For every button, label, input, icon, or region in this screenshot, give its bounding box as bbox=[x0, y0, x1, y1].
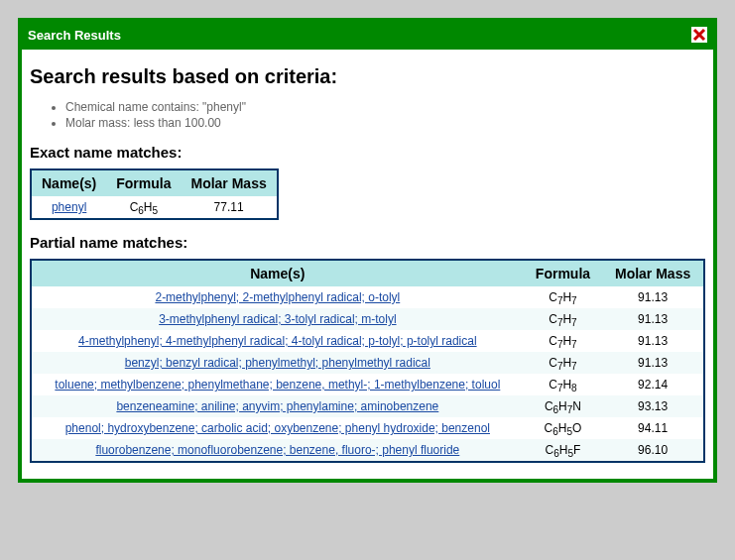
mass-cell: 94.11 bbox=[602, 417, 704, 439]
table-row: phenylC6H577.11 bbox=[31, 196, 278, 219]
name-cell: toluene; methylbenzene; phenylmethane; b… bbox=[31, 374, 524, 395]
exact-heading: Exact name matches: bbox=[30, 144, 705, 161]
column-header: Name(s) bbox=[31, 260, 524, 286]
exact-table: Name(s)FormulaMolar MassphenylC6H577.11 bbox=[30, 168, 279, 220]
name-cell: benzeneamine; aniline; anyvim; phenylami… bbox=[31, 395, 524, 417]
formula-cell: C7H7 bbox=[524, 330, 603, 352]
formula-cell: C7H8 bbox=[524, 374, 603, 395]
titlebar: Search Results bbox=[22, 22, 713, 50]
table-row: phenol; hydroxybenzene; carbolic acid; o… bbox=[31, 417, 704, 439]
chemical-link[interactable]: 4-methylphenyl; 4-methylphenyl radical; … bbox=[78, 334, 477, 348]
formula-cell: C7H7 bbox=[524, 352, 603, 374]
mass-cell: 92.14 bbox=[602, 374, 704, 395]
mass-cell: 93.13 bbox=[602, 395, 704, 417]
column-header: Formula bbox=[524, 260, 603, 286]
formula-cell: C6H5 bbox=[106, 196, 181, 219]
chemical-link[interactable]: benzeneamine; aniline; anyvim; phenylami… bbox=[116, 399, 438, 413]
mass-cell: 96.10 bbox=[602, 439, 704, 462]
formula-cell: C6H7N bbox=[524, 395, 603, 417]
table-row: 4-methylphenyl; 4-methylphenyl radical; … bbox=[31, 330, 704, 352]
name-cell: phenyl bbox=[31, 196, 106, 219]
chemical-link[interactable]: 3-methylphenyl radical; 3-tolyl radical;… bbox=[159, 312, 396, 326]
close-icon bbox=[692, 28, 706, 42]
table-row: benzeneamine; aniline; anyvim; phenylami… bbox=[31, 395, 704, 417]
formula-cell: C7H7 bbox=[524, 286, 603, 308]
table-row: 2-methylphenyl; 2-methylphenyl radical; … bbox=[31, 286, 704, 308]
table-row: benzyl; benzyl radical; phenylmethyl; ph… bbox=[31, 352, 704, 374]
name-cell: 4-methylphenyl; 4-methylphenyl radical; … bbox=[31, 330, 524, 352]
chemical-link[interactable]: phenol; hydroxybenzene; carbolic acid; o… bbox=[65, 421, 490, 435]
column-header: Name(s) bbox=[31, 169, 106, 196]
formula-cell: C6H5O bbox=[524, 417, 603, 439]
close-button[interactable] bbox=[691, 27, 707, 43]
partial-heading: Partial name matches: bbox=[30, 234, 705, 251]
criteria-item: Molar mass: less than 100.00 bbox=[65, 116, 705, 130]
column-header: Molar Mass bbox=[602, 260, 704, 286]
mass-cell: 77.11 bbox=[181, 196, 277, 219]
column-header: Formula bbox=[106, 169, 181, 196]
search-results-window: Search Results Search results based on c… bbox=[18, 18, 717, 483]
name-cell: benzyl; benzyl radical; phenylmethyl; ph… bbox=[31, 352, 524, 374]
table-row: 3-methylphenyl radical; 3-tolyl radical;… bbox=[31, 308, 704, 330]
formula-cell: C6H5F bbox=[524, 439, 603, 462]
mass-cell: 91.13 bbox=[602, 308, 704, 330]
name-cell: 3-methylphenyl radical; 3-tolyl radical;… bbox=[31, 308, 524, 330]
page-heading: Search results based on criteria: bbox=[30, 65, 705, 88]
table-row: fluorobenzene; monofluorobenzene; benzen… bbox=[31, 439, 704, 462]
name-cell: phenol; hydroxybenzene; carbolic acid; o… bbox=[31, 417, 524, 439]
mass-cell: 91.13 bbox=[602, 286, 704, 308]
formula-cell: C7H7 bbox=[524, 308, 603, 330]
chemical-link[interactable]: fluorobenzene; monofluorobenzene; benzen… bbox=[95, 443, 459, 457]
mass-cell: 91.13 bbox=[602, 330, 704, 352]
partial-table: Name(s)FormulaMolar Mass2-methylphenyl; … bbox=[30, 259, 705, 463]
table-row: toluene; methylbenzene; phenylmethane; b… bbox=[31, 374, 704, 395]
mass-cell: 91.13 bbox=[602, 352, 704, 374]
chemical-link[interactable]: phenyl bbox=[52, 200, 86, 214]
criteria-list: Chemical name contains: "phenyl"Molar ma… bbox=[65, 100, 705, 130]
content-area: Search results based on criteria: Chemic… bbox=[22, 50, 713, 479]
column-header: Molar Mass bbox=[181, 169, 277, 196]
criteria-item: Chemical name contains: "phenyl" bbox=[65, 100, 705, 114]
name-cell: 2-methylphenyl; 2-methylphenyl radical; … bbox=[31, 286, 524, 308]
window-title: Search Results bbox=[28, 28, 121, 43]
chemical-link[interactable]: benzyl; benzyl radical; phenylmethyl; ph… bbox=[125, 356, 430, 370]
name-cell: fluorobenzene; monofluorobenzene; benzen… bbox=[31, 439, 524, 462]
chemical-link[interactable]: 2-methylphenyl; 2-methylphenyl radical; … bbox=[155, 290, 400, 304]
chemical-link[interactable]: toluene; methylbenzene; phenylmethane; b… bbox=[55, 378, 500, 392]
